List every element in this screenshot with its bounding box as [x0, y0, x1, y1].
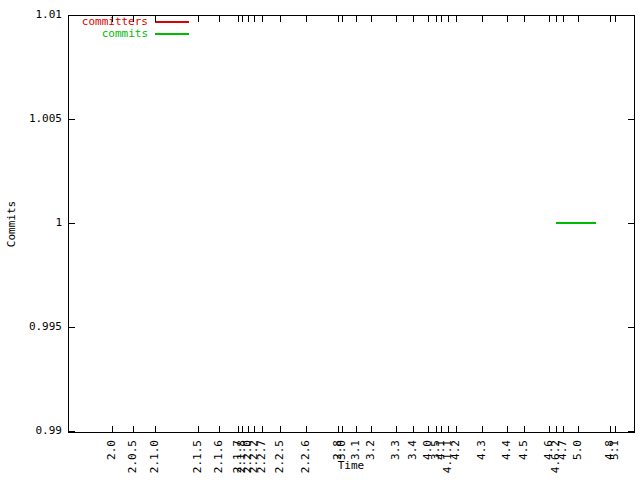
- legend-row: commits: [60, 28, 189, 40]
- x-tick-mirror: [219, 16, 220, 22]
- y-tick-mirror: [628, 327, 634, 328]
- x-tick-mirror: [563, 16, 564, 22]
- x-tick: [356, 426, 357, 432]
- x-tick-mirror: [413, 16, 414, 22]
- y-tick: [69, 119, 75, 120]
- x-tick: [338, 426, 339, 432]
- x-tick-mirror: [248, 16, 249, 22]
- x-tick-mirror: [441, 16, 442, 22]
- x-tick: [507, 426, 508, 432]
- x-tick: [238, 426, 239, 432]
- x-tick-label: 4.3: [477, 440, 487, 480]
- x-tick-mirror: [155, 16, 156, 22]
- y-tick-mirror: [628, 223, 634, 224]
- x-tick-mirror: [436, 16, 437, 22]
- y-tick-label: 1.01: [14, 10, 62, 20]
- x-tick: [578, 426, 579, 432]
- x-tick: [563, 426, 564, 432]
- x-tick: [482, 426, 483, 432]
- x-tick: [524, 426, 525, 432]
- legend-line-sample-committers: [155, 21, 189, 23]
- x-tick-mirror: [396, 16, 397, 22]
- x-tick-label: 2.1.5: [193, 440, 203, 480]
- x-tick-label: 3.1: [351, 440, 361, 480]
- x-tick-label: 2.1.6: [214, 440, 224, 480]
- x-tick-label: 3.3: [391, 440, 401, 480]
- x-tick: [610, 426, 611, 432]
- x-tick-label: 2.0.5: [128, 440, 138, 480]
- x-tick-mirror: [482, 16, 483, 22]
- x-tick-mirror: [507, 16, 508, 22]
- x-tick: [615, 426, 616, 432]
- x-tick-label: 3.0: [337, 440, 347, 480]
- y-tick: [69, 223, 75, 224]
- chart-canvas: Commits Time committerscommits 2.02.0.52…: [0, 0, 640, 480]
- x-tick-mirror: [549, 16, 550, 22]
- x-tick-label: 2.2.6: [301, 440, 311, 480]
- x-tick-mirror: [338, 16, 339, 22]
- legend-label-commits: commits: [60, 28, 148, 40]
- x-tick-label: 2.2.5: [275, 440, 285, 480]
- x-tick: [556, 426, 557, 432]
- x-tick-mirror: [342, 16, 343, 22]
- x-tick-label: 2.2.7: [257, 440, 267, 480]
- x-tick: [262, 426, 263, 432]
- x-tick: [280, 426, 281, 432]
- y-tick-label: 1: [14, 218, 62, 228]
- x-tick-mirror: [556, 16, 557, 22]
- y-tick-label: 0.99: [14, 426, 62, 436]
- x-tick-mirror: [456, 16, 457, 22]
- x-tick-label: 5.0: [573, 440, 583, 480]
- x-tick: [242, 426, 243, 432]
- y-tick-label: 1.005: [14, 114, 62, 124]
- x-tick-mirror: [198, 16, 199, 22]
- x-tick: [306, 426, 307, 432]
- x-tick-mirror: [428, 16, 429, 22]
- x-tick-mirror: [262, 16, 263, 22]
- x-tick: [436, 426, 437, 432]
- x-tick-mirror: [371, 16, 372, 22]
- x-tick-mirror: [242, 16, 243, 22]
- y-tick: [69, 431, 75, 432]
- x-tick-label: 3.2: [366, 440, 376, 480]
- x-tick-mirror: [306, 16, 307, 22]
- x-tick-mirror: [238, 16, 239, 22]
- y-tick: [69, 15, 75, 16]
- x-tick: [456, 426, 457, 432]
- y-tick-label: 0.995: [14, 322, 62, 332]
- x-tick-label: 4.2: [451, 440, 461, 480]
- x-tick-mirror: [133, 16, 134, 22]
- x-tick-label: 3.4: [408, 440, 418, 480]
- x-tick-mirror: [448, 16, 449, 22]
- x-tick: [549, 426, 550, 432]
- x-tick: [133, 426, 134, 432]
- x-tick: [441, 426, 442, 432]
- x-tick-label: 4.7: [558, 440, 568, 480]
- x-tick: [413, 426, 414, 432]
- legend-line-sample-commits: [155, 33, 189, 35]
- x-tick-label: 4.4: [502, 440, 512, 480]
- y-tick: [69, 327, 75, 328]
- x-tick-label: 2.0: [107, 440, 117, 480]
- x-tick: [155, 426, 156, 432]
- y-tick-mirror: [628, 119, 634, 120]
- x-tick: [219, 426, 220, 432]
- x-tick-mirror: [112, 16, 113, 22]
- x-tick: [112, 426, 113, 432]
- x-tick: [448, 426, 449, 432]
- x-tick-mirror: [254, 16, 255, 22]
- x-tick-label: 2.1.0: [150, 440, 160, 480]
- x-tick: [428, 426, 429, 432]
- x-tick-mirror: [615, 16, 616, 22]
- x-tick: [248, 426, 249, 432]
- plot-area: [68, 15, 635, 433]
- x-tick-mirror: [610, 16, 611, 22]
- data-line-commits: [556, 222, 596, 224]
- x-tick-mirror: [524, 16, 525, 22]
- y-tick-mirror: [628, 15, 634, 16]
- x-tick: [371, 426, 372, 432]
- x-tick-label: 4.5: [519, 440, 529, 480]
- x-tick-mirror: [578, 16, 579, 22]
- x-tick-label: 5.1: [610, 440, 620, 480]
- x-tick: [198, 426, 199, 432]
